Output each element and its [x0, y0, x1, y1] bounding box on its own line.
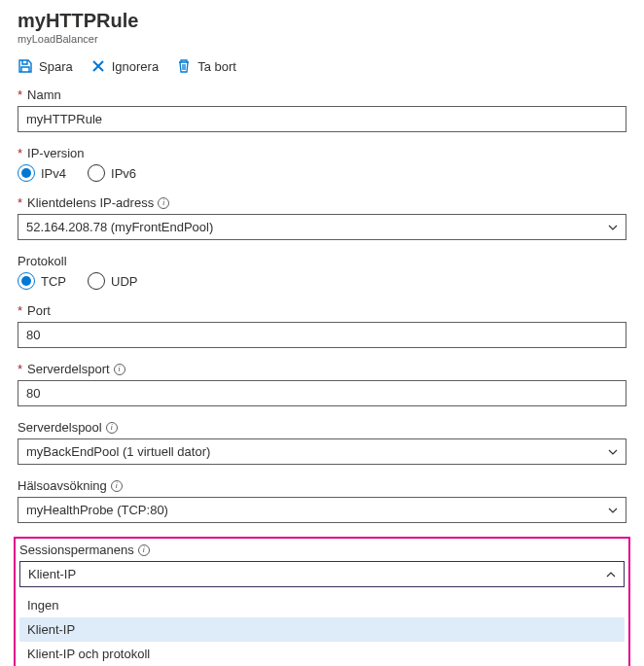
name-field: * Namn: [18, 88, 626, 132]
trash-icon: [176, 58, 192, 74]
ip-version-label: IP-version: [27, 146, 85, 160]
toolbar: Spara Ignorera Ta bort: [0, 47, 644, 84]
health-probe-value: myHealthProbe (TCP:80): [26, 503, 168, 517]
option-none[interactable]: Ingen: [19, 593, 625, 617]
backend-port-label: Serverdelsport: [27, 362, 110, 376]
udp-radio[interactable]: UDP: [88, 272, 137, 290]
frontend-ip-label: Klientdelens IP-adress: [27, 195, 154, 210]
info-icon[interactable]: i: [106, 422, 118, 434]
ipv6-radio[interactable]: IPv6: [88, 164, 136, 182]
port-field: * Port: [18, 303, 626, 348]
health-probe-field: Hälsoavsökning i myHealthProbe (TCP:80): [18, 478, 626, 523]
backend-pool-value: myBackEndPool (1 virtuell dator): [26, 444, 210, 459]
required-indicator: *: [18, 303, 22, 318]
session-persistence-label: Sessionspermanens: [19, 543, 134, 557]
info-icon[interactable]: i: [114, 364, 125, 375]
frontend-ip-value: 52.164.208.78 (myFrontEndPool): [26, 220, 213, 234]
protocol-label: Protokoll: [18, 254, 67, 268]
session-persistence-highlight: Sessionspermanens i Klient-IP Ingen Klie…: [14, 537, 630, 666]
chevron-up-icon: [606, 570, 616, 579]
backend-port-input[interactable]: [18, 380, 626, 406]
backend-pool-select[interactable]: myBackEndPool (1 virtuell dator): [18, 438, 626, 465]
chevron-down-icon: [608, 223, 618, 232]
radio-icon: [18, 164, 35, 182]
discard-button[interactable]: Ignorera: [90, 58, 159, 74]
save-icon: [18, 58, 33, 74]
backend-pool-label: Serverdelspool: [18, 420, 102, 435]
radio-icon: [18, 272, 35, 290]
delete-label: Ta bort: [197, 59, 236, 74]
port-label: Port: [27, 303, 51, 318]
info-icon[interactable]: i: [138, 544, 150, 556]
name-label: Namn: [27, 88, 61, 102]
ipv4-label: IPv4: [41, 166, 66, 181]
udp-label: UDP: [111, 274, 137, 289]
info-icon[interactable]: i: [158, 197, 169, 209]
session-persistence-select[interactable]: Klient-IP: [19, 561, 625, 587]
ipv4-radio[interactable]: IPv4: [18, 164, 66, 182]
radio-icon: [88, 164, 105, 182]
name-input[interactable]: [18, 106, 626, 132]
option-client-ip[interactable]: Klient-IP: [19, 617, 625, 642]
required-indicator: *: [18, 362, 22, 376]
save-label: Spara: [39, 59, 73, 74]
ip-version-field: * IP-version IPv4 IPv6: [18, 146, 626, 182]
frontend-ip-select[interactable]: 52.164.208.78 (myFrontEndPool): [18, 214, 626, 240]
tcp-radio[interactable]: TCP: [18, 272, 66, 290]
chevron-down-icon: [608, 447, 618, 457]
session-persistence-value: Klient-IP: [28, 567, 76, 581]
radio-icon: [88, 272, 105, 290]
close-icon: [90, 58, 106, 74]
discard-label: Ignorera: [112, 59, 159, 74]
required-indicator: *: [18, 195, 22, 210]
backend-port-field: * Serverdelsport i: [18, 362, 626, 406]
frontend-ip-field: * Klientdelens IP-adress i 52.164.208.78…: [18, 195, 626, 240]
backend-pool-field: Serverdelspool i myBackEndPool (1 virtue…: [18, 420, 626, 465]
save-button[interactable]: Spara: [18, 58, 73, 74]
protocol-field: Protokoll TCP UDP: [18, 254, 626, 290]
info-icon[interactable]: i: [111, 480, 123, 492]
page-title: myHTTPRule: [18, 10, 626, 32]
required-indicator: *: [18, 88, 22, 102]
health-probe-label: Hälsoavsökning: [18, 478, 107, 493]
delete-button[interactable]: Ta bort: [176, 58, 236, 74]
session-persistence-dropdown: Ingen Klient-IP Klient-IP och protokoll: [19, 593, 625, 666]
tcp-label: TCP: [41, 274, 66, 289]
required-indicator: *: [18, 146, 22, 160]
ipv6-label: IPv6: [111, 166, 136, 181]
port-input[interactable]: [18, 322, 626, 348]
chevron-down-icon: [608, 506, 618, 515]
option-client-ip-protocol[interactable]: Klient-IP och protokoll: [19, 642, 625, 666]
health-probe-select[interactable]: myHealthProbe (TCP:80): [18, 497, 626, 523]
page-subtitle: myLoadBalancer: [18, 33, 626, 45]
